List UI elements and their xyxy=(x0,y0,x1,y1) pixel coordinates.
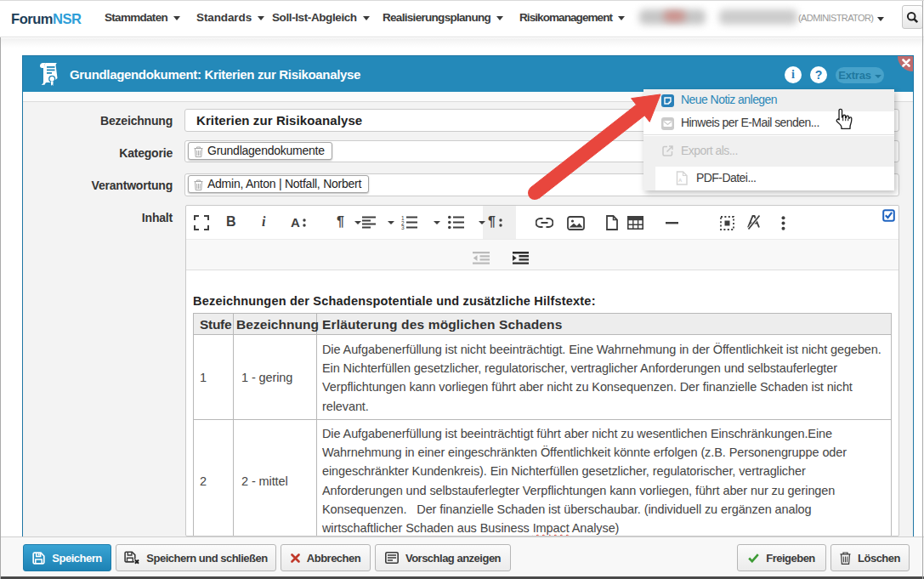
svg-text:3: 3 xyxy=(401,224,405,230)
svg-text:A: A xyxy=(678,178,683,183)
